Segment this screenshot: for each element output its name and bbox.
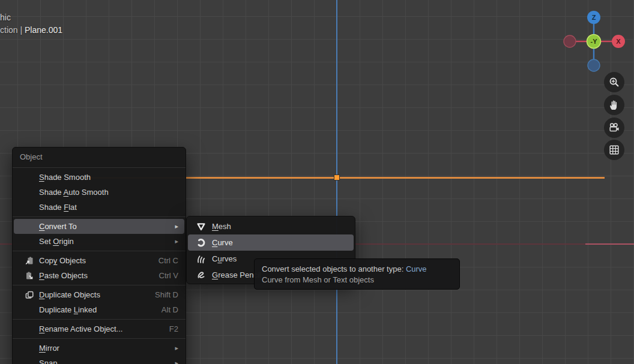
menu-separator: [13, 319, 186, 320]
mesh-icon: [196, 222, 212, 231]
menu-item-mesh[interactable]: Mesh: [188, 218, 354, 234]
menu-item-label: Duplicate Objects: [39, 290, 100, 299]
pan-hand-icon: [608, 99, 620, 111]
tooltip: Convert selected objects to another type…: [254, 258, 460, 290]
tooltip-description: Convert selected objects to another type…: [262, 264, 406, 273]
menu-item-label: Duplicate Linked: [39, 305, 97, 314]
gizmo-axis-y-front[interactable]: -Y: [587, 35, 601, 49]
menu-item-label: Curve: [212, 238, 233, 247]
menu-separator: [13, 338, 186, 339]
pan-button[interactable]: [604, 95, 624, 115]
gizmo-x-label: X: [616, 38, 621, 45]
object-context-menu: Object Shade SmoothShade Auto SmoothShad…: [12, 147, 186, 364]
menu-separator: [13, 285, 186, 285]
blank-icon-slot: [25, 188, 39, 197]
x-axis-line-bright: [585, 243, 634, 245]
menu-item-copy-objects[interactable]: Copy ObjectsCtrl C: [14, 253, 184, 268]
menu-item-label: Shade Smooth: [39, 173, 91, 182]
grease-pencil-icon: [196, 270, 212, 280]
menu-item-label: Paste Objects: [39, 271, 88, 280]
menu-item-duplicate-objects[interactable]: Duplicate ObjectsShift D: [14, 287, 184, 302]
context-menu-items: Shade SmoothShade Auto SmoothShade FlatC…: [13, 170, 186, 364]
curves-icon: [196, 254, 212, 264]
menu-item-label: Rename Active Object...: [39, 324, 122, 333]
submenu-arrow-icon: ▸: [168, 359, 178, 364]
viewport-overlay-text: hic ction | Plane.001: [0, 11, 62, 37]
menu-item-rename-active-object[interactable]: Rename Active Object...F2: [14, 321, 184, 336]
blank-icon-slot: [25, 237, 39, 246]
blank-icon-slot: [25, 305, 39, 315]
paste-objects-icon: [25, 271, 39, 281]
menu-item-label: Mesh: [212, 222, 231, 231]
viewport-3d[interactable]: hic ction | Plane.001 Z X -Y: [0, 0, 634, 364]
object-origin-dot[interactable]: [334, 175, 339, 180]
blank-icon-slot: [25, 359, 39, 364]
zoom-in-icon: [608, 76, 620, 88]
submenu-arrow-icon: ▸: [168, 344, 178, 352]
menu-item-shade-flat[interactable]: Shade Flat: [14, 200, 184, 215]
gizmo-axis-x[interactable]: X: [612, 35, 625, 48]
menu-item-label: Convert To: [39, 222, 77, 231]
blank-icon-slot: [25, 324, 39, 334]
menu-item-shade-auto-smooth[interactable]: Shade Auto Smooth: [14, 185, 184, 200]
menu-item-paste-objects[interactable]: Paste ObjectsCtrl V: [14, 268, 184, 283]
gizmo-front-label: -Y: [591, 38, 598, 45]
curve-icon: [196, 238, 212, 248]
gizmo-z-label: Z: [592, 14, 596, 21]
menu-item-shortcut: Shift D: [148, 290, 178, 299]
navigation-gizmo[interactable]: Z X -Y: [561, 8, 627, 74]
menu-item-convert-to[interactable]: Convert To▸: [14, 219, 184, 234]
tooltip-line1: Convert selected objects to another type…: [262, 264, 452, 275]
menu-item-curve[interactable]: Curve: [188, 234, 354, 251]
gizmo-axis-z[interactable]: Z: [587, 11, 600, 24]
duplicate-objects-icon: [25, 290, 39, 300]
menu-item-label: Curves: [212, 254, 237, 263]
menu-item-shortcut: Alt D: [154, 305, 178, 314]
camera-view-button[interactable]: [604, 118, 624, 138]
submenu-arrow-icon: ▸: [168, 237, 178, 245]
z-axis-line: [336, 0, 337, 364]
submenu-arrow-icon: ▸: [168, 222, 178, 230]
zoom-button[interactable]: [604, 72, 624, 92]
blank-icon-slot: [25, 203, 39, 212]
active-object-label: ction | Plane.001: [0, 24, 62, 37]
tooltip-line2: Curve from Mesh or Text objects: [262, 275, 452, 285]
toggle-ortho-grid-icon: [608, 144, 620, 156]
blank-icon-slot: [25, 222, 39, 231]
view-name-label: hic: [0, 11, 62, 24]
gizmo-axis-x-negative[interactable]: [564, 35, 576, 47]
menu-item-shortcut: Ctrl C: [151, 256, 178, 265]
menu-item-shade-smooth[interactable]: Shade Smooth: [14, 170, 184, 185]
menu-item-mirror[interactable]: Mirror▸: [14, 341, 184, 356]
menu-item-snap[interactable]: Snap▸: [14, 356, 184, 364]
menu-item-label: Mirror: [39, 344, 59, 353]
menu-item-label: Set Origin: [39, 237, 74, 246]
menu-separator: [13, 216, 186, 217]
menu-item-label: Copy Objects: [39, 256, 86, 265]
object-name-label: Plane.001: [25, 25, 62, 35]
blank-icon-slot: [25, 173, 39, 182]
menu-separator: [13, 167, 186, 168]
collection-label: ction |: [0, 25, 25, 35]
menu-item-set-origin[interactable]: Set Origin▸: [14, 234, 184, 249]
menu-item-label: Shade Auto Smooth: [39, 188, 109, 197]
menu-item-shortcut: F2: [162, 324, 178, 333]
menu-separator: [13, 251, 186, 251]
camera-view-icon: [608, 122, 620, 134]
copy-objects-icon: [25, 256, 39, 266]
menu-item-label: Snap: [39, 359, 57, 364]
tooltip-value: Curve: [406, 264, 427, 273]
context-menu-title: Object: [13, 148, 186, 166]
menu-item-duplicate-linked[interactable]: Duplicate LinkedAlt D: [14, 302, 184, 317]
gizmo-axis-z-negative[interactable]: [588, 59, 600, 71]
menu-item-label: Shade Flat: [39, 203, 77, 212]
blank-icon-slot: [25, 344, 39, 353]
toggle-ortho-button[interactable]: [604, 140, 624, 160]
menu-item-shortcut: Ctrl V: [152, 271, 179, 280]
